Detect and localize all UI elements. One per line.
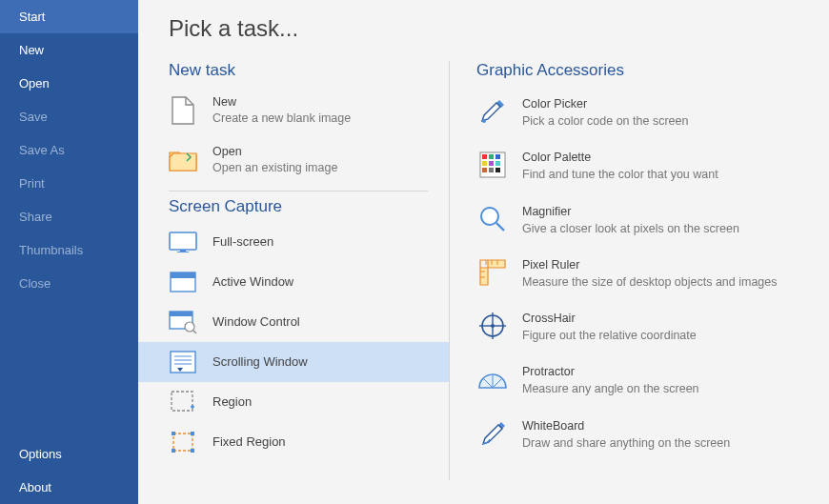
sidebar-item-open[interactable]: Open [0, 67, 138, 100]
accessory-texts: Pixel RulerMeasure the size of desktop o… [522, 256, 778, 291]
capture-label: Region [212, 394, 252, 409]
fixedregion-icon [169, 431, 197, 454]
svg-rect-28 [489, 168, 494, 172]
capture-active-window[interactable]: Active Window [138, 262, 449, 302]
protractor-icon [476, 363, 509, 395]
sidebar-item-print[interactable]: Print [0, 167, 138, 200]
accessory-desc: Measure the size of desktop objects and … [522, 273, 778, 291]
capture-region[interactable]: Region [138, 382, 449, 422]
accessory-crosshair[interactable]: CrossHairFigure out the relative coordin… [476, 300, 829, 353]
accessory-desc: Give a closer look at pixels on the scre… [522, 220, 739, 237]
palette-icon [476, 149, 509, 181]
winctrl-icon [169, 311, 197, 333]
accessory-desc: Measure any angle on the screen [522, 380, 699, 397]
svg-rect-25 [489, 161, 494, 166]
capture-label: Full-screen [212, 234, 273, 249]
svg-rect-1 [180, 250, 186, 252]
accessory-texts: CrossHairFigure out the relative coordin… [522, 310, 697, 344]
task-new[interactable]: NewCreate a new blank image [138, 86, 449, 135]
sidebar-item-start[interactable]: Start [0, 0, 138, 33]
task-desc: Open an existing image [212, 160, 337, 176]
crosshair-icon [476, 310, 509, 342]
svg-rect-18 [191, 449, 194, 453]
left-column: New task NewCreate a new blank imageOpen… [138, 55, 449, 480]
svg-rect-6 [170, 312, 192, 316]
accessory-color-palette[interactable]: Color PaletteFind and tune the color tha… [476, 139, 829, 192]
svg-point-7 [185, 322, 194, 332]
svg-rect-29 [495, 168, 500, 172]
capture-label: Fixed Region [212, 434, 286, 449]
scrolling-icon [169, 351, 197, 373]
accessory-desc: Pick a color code on the screen [522, 112, 688, 130]
accessory-whiteboard[interactable]: WhiteBoardDraw and share anything on the… [476, 408, 829, 461]
svg-rect-14 [173, 433, 192, 451]
sidebar-item-share[interactable]: Share [0, 200, 138, 233]
task-texts: OpenOpen an existing image [212, 144, 337, 176]
sidebar-item-save[interactable]: Save [0, 100, 138, 133]
doc-icon [169, 96, 197, 125]
accessory-title: WhiteBoard [522, 417, 730, 434]
picker-icon [476, 95, 509, 128]
svg-line-8 [193, 331, 196, 333]
svg-rect-17 [172, 449, 175, 453]
sidebar-spacer [0, 300, 138, 437]
task-open[interactable]: OpenOpen an existing image [138, 135, 449, 185]
accessory-desc: Draw and share anything on the screen [522, 434, 730, 452]
task-title: Open [212, 144, 337, 160]
sidebar-item-close[interactable]: Close [0, 267, 138, 300]
svg-rect-16 [191, 432, 194, 435]
fullscreen-icon [169, 231, 197, 253]
capture-label: Window Control [212, 314, 300, 329]
svg-rect-21 [482, 154, 487, 159]
ruler-icon [476, 256, 509, 289]
svg-point-19 [482, 119, 486, 123]
svg-rect-0 [170, 232, 196, 250]
svg-rect-15 [172, 432, 175, 435]
page-title: Pick a task... [138, 10, 829, 55]
task-title: New [212, 94, 351, 111]
capture-label: Scrolling Window [212, 354, 308, 369]
sidebar-item-new[interactable]: New [0, 33, 138, 67]
svg-rect-13 [172, 392, 192, 411]
accessory-texts: Color PickerPick a color code on the scr… [522, 95, 688, 130]
accessory-texts: WhiteBoardDraw and share anything on the… [522, 417, 730, 452]
sidebar-item-about[interactable]: About [0, 471, 138, 504]
svg-rect-26 [495, 161, 500, 166]
accessory-title: Magnifier [522, 203, 739, 220]
accessory-protractor[interactable]: ProtractorMeasure any angle on the scree… [476, 353, 829, 407]
svg-rect-2 [177, 252, 189, 252]
accessory-texts: MagnifierGive a closer look at pixels on… [522, 203, 739, 237]
accessory-texts: Color PaletteFind and tune the color tha… [522, 149, 718, 183]
svg-rect-22 [489, 154, 494, 159]
svg-rect-24 [482, 161, 487, 166]
accessory-title: Pixel Ruler [522, 256, 778, 273]
section-title-new-task: New task [138, 55, 449, 86]
task-desc: Create a new blank image [212, 111, 351, 127]
svg-rect-23 [495, 154, 500, 159]
accessory-title: Protractor [522, 363, 699, 380]
accessory-color-picker[interactable]: Color PickerPick a color code on the scr… [476, 86, 829, 139]
accessory-title: Color Palette [522, 149, 718, 166]
svg-point-40 [491, 324, 495, 328]
svg-point-30 [481, 208, 498, 225]
accessory-magnifier[interactable]: MagnifierGive a closer look at pixels on… [476, 193, 829, 247]
backstage-view: StartNewOpenSaveSave AsPrintShareThumbna… [0, 0, 829, 504]
accessory-desc: Find and tune the color that you want [522, 166, 718, 183]
section-title-screen-capture: Screen Capture [138, 192, 449, 222]
region-icon [169, 391, 197, 413]
sidebar-item-options[interactable]: Options [0, 437, 138, 471]
folder-icon [169, 146, 197, 174]
whiteboard-icon [476, 417, 509, 450]
accessory-desc: Figure out the relative coordinate [522, 327, 697, 344]
section-title-accessories: Graphic Accessories [476, 55, 829, 86]
svg-rect-4 [171, 272, 195, 278]
capture-full-screen[interactable]: Full-screen [138, 222, 449, 262]
accessory-title: CrossHair [522, 310, 697, 327]
capture-scrolling-window[interactable]: Scrolling Window [138, 342, 449, 382]
accessory-pixel-ruler[interactable]: Pixel RulerMeasure the size of desktop o… [476, 247, 829, 300]
capture-fixed-region[interactable]: Fixed Region [138, 422, 449, 462]
capture-window-control[interactable]: Window Control [138, 302, 449, 342]
sidebar-item-thumbnails[interactable]: Thumbnails [0, 233, 138, 267]
right-column: Graphic Accessories Color PickerPick a c… [450, 55, 829, 480]
sidebar-item-save-as[interactable]: Save As [0, 133, 138, 167]
